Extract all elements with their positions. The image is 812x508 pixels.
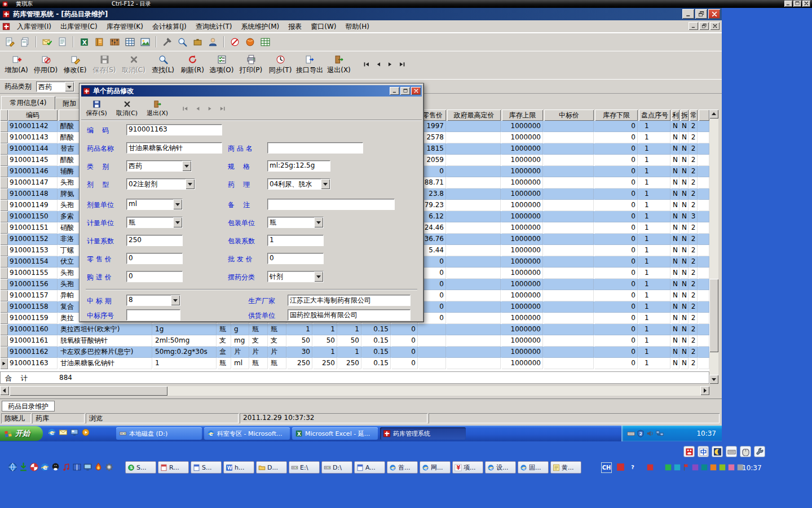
briefcase-icon[interactable] [191, 35, 205, 49]
trade-input[interactable] [267, 142, 363, 154]
pharm-input[interactable]: 04利尿、脱水 [267, 178, 330, 190]
abacus-icon[interactable] [108, 35, 122, 49]
download-icon[interactable] [19, 462, 28, 472]
red-icon[interactable] [646, 463, 654, 471]
action-button[interactable]: 查找(L) [148, 52, 178, 77]
category-select[interactable]: 西药 [36, 81, 74, 92]
column-header-seq[interactable]: 盘点序号 [639, 110, 670, 121]
menu-item[interactable]: 入库管理(I) [12, 20, 56, 33]
host-task-button[interactable]: 黄... [550, 461, 581, 474]
action-button[interactable]: 选项(O) [207, 52, 236, 77]
dialog-titlebar[interactable]: 单个药品修改 [81, 85, 422, 97]
person-icon[interactable] [206, 35, 220, 49]
table-row[interactable]: 910001160奥拉西坦针(欧来宁)1g瓶g瓶瓶1110.1501000000… [0, 324, 709, 335]
image-icon[interactable] [138, 35, 152, 49]
dialog-保存(S)[interactable]: 保存(S) [81, 98, 112, 119]
orange-icon[interactable] [709, 463, 717, 471]
mail-icon[interactable] [59, 428, 68, 437]
dose_unit-input[interactable]: ml [126, 199, 183, 210]
category-input[interactable]: 西药 [126, 160, 192, 172]
menu-item[interactable]: 系统维护(M) [237, 20, 284, 33]
app-minimize-button[interactable] [682, 9, 694, 19]
host-task-button[interactable]: S... [191, 461, 222, 474]
dropdown-arrow-icon[interactable] [173, 217, 182, 227]
dialog-maximize-button[interactable] [400, 87, 410, 95]
dialog-取消(C)[interactable]: 取消(C) [112, 98, 142, 119]
dialog-minimize-button[interactable] [390, 87, 399, 95]
dropdown-arrow-icon[interactable] [182, 161, 191, 171]
action-button[interactable]: 停用(D) [31, 52, 60, 77]
menu-item[interactable]: 窗口(W) [306, 20, 341, 33]
flame-icon[interactable] [94, 462, 103, 472]
dialog-close-button[interactable] [411, 87, 421, 95]
host-task-button[interactable]: ¥项... [452, 461, 483, 474]
scroll-up-button[interactable] [709, 110, 718, 119]
column-header-f4[interactable] [699, 110, 709, 121]
host-task-button[interactable]: e网... [420, 461, 451, 474]
action-button[interactable]: 刷新(R) [178, 52, 207, 77]
column-header-bid[interactable]: 中标价 [544, 110, 594, 121]
dropdown-arrow-icon[interactable] [186, 179, 195, 189]
ie-icon[interactable]: e [40, 462, 50, 472]
tab-常用信息(4)[interactable]: 常用信息(4) [1, 96, 55, 110]
ball-icon[interactable] [243, 35, 257, 49]
dropdown-arrow-icon[interactable] [173, 199, 182, 209]
host-task-button[interactable]: D:\ [321, 461, 352, 474]
keyboard-icon[interactable] [627, 430, 635, 437]
vertical-scrollbar[interactable] [709, 110, 718, 384]
pinwheel-icon[interactable] [29, 462, 39, 472]
taskbar-task[interactable]: e科室专区 - Microsoft... [204, 427, 290, 440]
column-header-f3[interactable]: 常 [690, 110, 698, 121]
scroll-right-button[interactable] [700, 386, 709, 395]
help-icon[interactable]: ? [628, 462, 637, 472]
baidu-icon[interactable] [683, 446, 695, 457]
music-icon[interactable] [61, 462, 71, 472]
viewer-close-button[interactable] [802, 1, 810, 7]
bottom-tab[interactable]: 药品目录维护 [2, 401, 55, 411]
purchase-input[interactable]: 0 [126, 271, 183, 282]
spec-input[interactable]: ml:25g:12.5g [267, 160, 330, 172]
blue-icon[interactable] [655, 463, 663, 471]
scroll-left-button[interactable] [0, 386, 9, 395]
keyboard-icon[interactable] [726, 446, 737, 457]
column-header-upper[interactable]: 库存上限 [502, 110, 543, 121]
ban-icon[interactable] [228, 35, 242, 49]
language-indicator[interactable]: CH [601, 462, 612, 473]
retail-input[interactable]: 0 [126, 253, 183, 264]
nav-first-icon[interactable] [363, 60, 370, 68]
taskbar-task[interactable]: 药库管理系统 [380, 427, 466, 440]
nav-last-icon[interactable] [398, 60, 406, 68]
dropdown-arrow-icon[interactable] [321, 179, 330, 189]
dialog-退出(X)[interactable]: 退出(X) [142, 98, 173, 119]
note-input[interactable] [267, 199, 395, 210]
column-header-f1[interactable]: 利 [672, 110, 679, 121]
wrench-icon[interactable] [754, 446, 765, 457]
table-row[interactable]: 910001161脱氧核苷酸钠针2ml:50mg支mg支支5050500.150… [0, 335, 709, 347]
vertical-scroll-thumb[interactable] [709, 279, 718, 352]
mouse-icon[interactable] [740, 446, 751, 457]
supplier-input[interactable]: 国药控股福州有限公司 [288, 309, 411, 321]
nav-next-icon[interactable] [386, 60, 394, 68]
action-button[interactable]: 保存(S) [90, 52, 119, 77]
network-icon[interactable] [656, 430, 664, 437]
dispense-input[interactable]: 针剂 [267, 271, 324, 282]
name-input[interactable]: 甘油果糖氯化钠针 [126, 142, 222, 154]
meas_factor-input[interactable]: 250 [126, 235, 183, 246]
ie-icon[interactable]: e [47, 428, 56, 437]
purple-icon[interactable] [691, 463, 699, 471]
form-input[interactable]: 02注射剂 [126, 178, 195, 190]
column-header-lower[interactable]: 库存下限 [595, 110, 638, 121]
dropdown-arrow-icon[interactable] [65, 82, 74, 91]
desktop-icon[interactable] [70, 428, 79, 437]
excel-icon[interactable]: X [77, 35, 91, 49]
green-icon[interactable] [664, 463, 672, 471]
menu-item[interactable]: 会计核算(J) [148, 20, 191, 33]
action-button[interactable]: 增加(A) [2, 52, 31, 77]
menu-item[interactable]: 帮助(H) [341, 20, 373, 33]
start-button[interactable]: 开始 [0, 426, 43, 441]
monitor-icon[interactable] [83, 462, 92, 472]
taskbar-task[interactable]: XMicrosoft Excel - 延... [292, 427, 378, 440]
grid-icon[interactable] [258, 35, 272, 49]
pack_factor-input[interactable]: 1 [267, 235, 324, 246]
flag-icon[interactable] [682, 463, 690, 471]
